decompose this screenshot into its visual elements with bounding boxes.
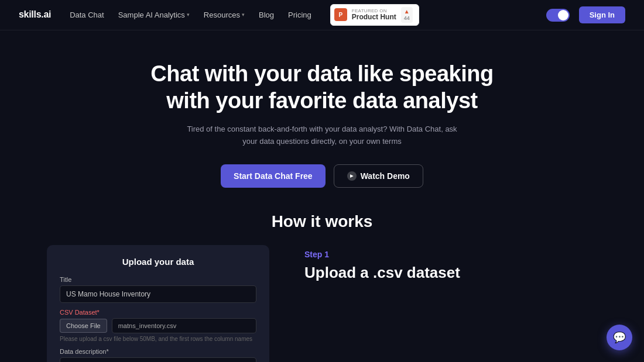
how-it-works-section: How it works: [0, 188, 644, 231]
upload-card-title: Upload your data: [60, 257, 256, 267]
csv-label: CSV Dataset*: [60, 309, 256, 316]
desc-input[interactable]: 1-5 Matns inventory from July 2022 to Ma…: [60, 357, 256, 362]
nav-resources[interactable]: Resources ▾: [204, 11, 245, 19]
watch-demo-button[interactable]: ▶ Watch Demo: [334, 164, 423, 188]
file-input-row: Choose File matns_inventory.csv: [60, 318, 256, 333]
hero-subtitle: Tired of the constant back-and-forth wit…: [181, 123, 463, 148]
hero-title: Chat with your data like speaking with y…: [146, 61, 498, 114]
title-label: Title: [60, 276, 256, 283]
nav-links: Data Chat Sample AI Analytics ▾ Resource…: [70, 11, 311, 19]
title-input[interactable]: [60, 285, 256, 303]
nav-blog[interactable]: Blog: [259, 11, 274, 19]
hero-buttons: Start Data Chat Free ▶ Watch Demo: [221, 164, 423, 188]
nav-right: Sign In: [546, 6, 625, 23]
nav-pricing[interactable]: Pricing: [288, 11, 311, 19]
nav-left: skills.ai Data Chat Sample AI Analytics …: [19, 4, 419, 26]
sign-in-button[interactable]: Sign In: [579, 6, 625, 23]
chat-button[interactable]: 💬: [607, 325, 632, 350]
chat-icon: 💬: [613, 331, 626, 344]
product-hunt-badge[interactable]: P FEATURED ON Product Hunt ▲ 44: [330, 4, 419, 26]
nav-data-chat[interactable]: Data Chat: [70, 11, 104, 19]
file-hint: Please upload a csv file below 50MB, and…: [60, 336, 256, 342]
product-hunt-logo: P: [334, 8, 347, 21]
upload-card: Upload your data Title CSV Dataset* Choo…: [47, 245, 269, 362]
desc-label: Data description*: [60, 348, 256, 355]
product-hunt-upvote: ▲ 44: [401, 7, 413, 23]
start-data-chat-button[interactable]: Start Data Chat Free: [221, 164, 326, 188]
choose-file-button[interactable]: Choose File: [60, 319, 107, 333]
product-hunt-text: FEATURED ON Product Hunt: [352, 9, 396, 22]
file-name-display: matns_inventory.csv: [112, 318, 256, 333]
navbar: skills.ai Data Chat Sample AI Analytics …: [0, 0, 644, 30]
chevron-down-icon: ▾: [187, 12, 190, 18]
theme-toggle[interactable]: [546, 9, 570, 22]
chevron-down-icon: ▾: [242, 12, 245, 18]
step-label: Step 1: [304, 250, 460, 259]
step-title: Upload a .csv dataset: [304, 264, 460, 282]
nav-sample-analytics[interactable]: Sample AI Analytics ▾: [118, 11, 190, 19]
play-icon: ▶: [347, 171, 357, 181]
bottom-section: Upload your data Title CSV Dataset* Choo…: [0, 231, 644, 362]
logo[interactable]: skills.ai: [19, 9, 51, 20]
how-it-works-title: How it works: [0, 212, 644, 231]
hero-section: Chat with your data like speaking with y…: [0, 30, 644, 188]
step-info: Step 1 Upload a .csv dataset: [304, 245, 460, 282]
